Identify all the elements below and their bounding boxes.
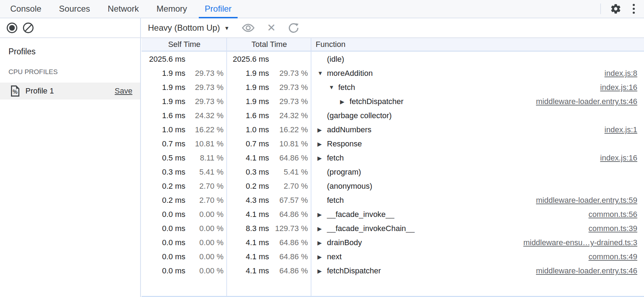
total-time-cell: 8.3 ms129.73 % [227,222,311,236]
table-row[interactable]: 2025.6 ms2025.6 ms(idle) [142,52,644,66]
refresh-icon[interactable] [288,22,299,34]
bottom-up-table: Self Time Total Time Function 2025.6 ms2… [142,38,644,297]
total-time-cell: 1.9 ms29.73 % [227,80,311,95]
focus-eye-icon[interactable] [242,23,255,32]
table-row[interactable]: 0.0 ms0.00 %4.1 ms64.86 %▶nextcommon.ts:… [142,250,644,264]
self-time-ms: 0.2 ms [142,196,185,205]
total-time-percent: 2.70 % [269,182,311,191]
source-link[interactable]: middleware-ensu…y-drained.ts:3 [516,238,644,247]
self-time-cell: 0.5 ms8.11 % [142,151,227,165]
self-time-percent: 10.81 % [185,139,227,148]
column-header-function[interactable]: Function [311,38,644,51]
settings-gear-icon[interactable] [610,3,621,14]
table-row[interactable]: 0.0 ms0.00 %4.1 ms64.86 %▶fetchDispatche… [142,264,644,278]
self-time-ms: 0.0 ms [142,238,185,247]
source-link[interactable]: index.js:1 [597,125,644,134]
expanded-arrow-icon[interactable]: ▼ [317,70,327,77]
source-link[interactable]: common.ts:49 [582,252,644,261]
self-time-ms: 1.9 ms [142,83,185,92]
collapsed-arrow-icon[interactable]: ▶ [340,98,350,105]
table-row[interactable]: 0.0 ms0.00 %8.3 ms129.73 %▶__facade_invo… [142,222,644,236]
column-header-self-time[interactable]: Self Time [142,38,227,51]
profile-document-icon: % [11,85,20,97]
table-row[interactable]: 0.2 ms2.70 %0.2 ms2.70 %(anonymous) [142,179,644,193]
profiles-heading: Profiles [0,38,140,56]
table-row[interactable]: 1.6 ms24.32 %1.6 ms24.32 %(garbage colle… [142,109,644,123]
table-row[interactable]: 0.7 ms10.81 %0.7 ms10.81 %▶Response [142,137,644,151]
collapsed-arrow-icon[interactable]: ▶ [317,254,327,260]
source-link[interactable]: index.js:16 [593,83,644,92]
self-time-ms: 0.5 ms [142,153,185,163]
sidebar-item-profile-1[interactable]: % Profile 1 Save [0,83,140,99]
self-time-percent: 29.73 % [185,69,227,78]
function-name: next [327,252,342,261]
self-time-percent: 16.22 % [185,125,227,134]
source-link[interactable]: middleware-loader.entry.ts:59 [529,196,644,205]
collapsed-arrow-icon[interactable]: ▶ [317,240,327,246]
expanded-arrow-icon[interactable]: ▼ [329,84,338,91]
tab-memory[interactable]: Memory [148,0,196,18]
table-row[interactable]: 0.0 ms0.00 %4.1 ms64.86 %▶__facade_invok… [142,207,644,222]
total-time-cell: 4.1 ms64.86 % [227,207,311,222]
function-name: fetch [338,83,355,92]
self-time-percent: 2.70 % [185,182,227,191]
function-cell: ▶Response [311,137,644,151]
source-link[interactable]: common.ts:56 [582,210,644,219]
profiler-toolbar: Heavy (Bottom Up) ▼ ✕ [0,18,644,38]
self-time-cell: 1.6 ms24.32 % [142,109,227,123]
total-time-cell: 4.1 ms64.86 % [227,236,311,250]
self-time-cell: 2025.6 ms [142,52,227,66]
table-row[interactable]: 1.0 ms16.22 %1.0 ms16.22 %▶addNumbersind… [142,123,644,137]
collapsed-arrow-icon[interactable]: ▶ [317,127,327,133]
tab-network[interactable]: Network [99,0,148,18]
source-link[interactable]: common.ts:39 [582,224,644,233]
total-time-ms: 8.3 ms [227,224,269,233]
total-time-percent: 67.57 % [269,196,311,205]
table-row[interactable]: 0.0 ms0.00 %4.1 ms64.86 %▶drainBodymiddl… [142,236,644,250]
tab-console[interactable]: Console [1,0,50,18]
total-time-percent: 29.73 % [269,83,311,92]
function-name: moreAddition [327,69,373,78]
total-time-ms: 4.1 ms [227,210,269,219]
collapsed-arrow-icon[interactable]: ▶ [317,155,327,162]
table-row[interactable]: 0.5 ms8.11 %4.1 ms64.86 %▶fetchindex.js:… [142,151,644,165]
function-name: fetch [327,153,344,163]
source-link[interactable]: index.js:8 [597,69,644,78]
table-row[interactable]: 1.9 ms29.73 %1.9 ms29.73 %▶fetchDispatch… [142,95,644,109]
total-time-ms: 1.0 ms [227,125,269,134]
total-time-percent: 129.73 % [269,224,311,233]
collapsed-arrow-icon[interactable]: ▶ [317,211,327,218]
save-profile-link[interactable]: Save [115,86,132,96]
column-header-total-time[interactable]: Total Time [227,38,311,51]
function-name: fetch [327,196,344,205]
source-link[interactable]: middleware-loader.entry.ts:46 [529,97,644,106]
exclude-close-icon[interactable]: ✕ [267,23,276,33]
total-time-ms: 4.1 ms [227,252,269,261]
table-row[interactable]: 1.9 ms29.73 %1.9 ms29.73 %▼moreAdditioni… [142,66,644,80]
self-time-percent: 8.11 % [185,153,227,163]
source-link[interactable]: index.js:16 [593,153,644,163]
devtools-tabbar: ConsoleSourcesNetworkMemoryProfiler [0,0,644,18]
record-profile-icon[interactable] [7,23,17,33]
function-cell: ▶fetchindex.js:16 [311,151,644,165]
source-link[interactable]: middleware-loader.entry.ts:46 [529,266,644,275]
total-time-cell: 1.9 ms29.73 % [227,66,311,80]
table-row[interactable]: 1.9 ms29.73 %1.9 ms29.73 %▼fetchindex.js… [142,80,644,95]
function-cell: ▶fetchDispatchermiddleware-loader.entry.… [311,95,644,109]
collapsed-arrow-icon[interactable]: ▶ [317,225,327,232]
self-time-cell: 1.9 ms29.73 % [142,66,227,80]
collapsed-arrow-icon[interactable]: ▶ [317,268,327,274]
total-time-percent: 16.22 % [269,125,311,134]
tab-sources[interactable]: Sources [50,0,99,18]
tabbar-right-controls [600,0,644,18]
tab-profiler[interactable]: Profiler [196,0,240,18]
table-row[interactable]: 0.2 ms2.70 %4.3 ms67.57 %fetchmiddleware… [142,193,644,207]
total-time-percent: 64.86 % [269,252,311,261]
function-name: Response [327,139,362,148]
profile-view-dropdown[interactable]: Heavy (Bottom Up) ▼ [148,23,229,33]
collapsed-arrow-icon[interactable]: ▶ [317,141,327,147]
table-row[interactable]: 0.3 ms5.41 %0.3 ms5.41 %(program) [142,165,644,179]
function-name: (anonymous) [327,182,372,191]
more-options-icon[interactable] [631,3,637,14]
clear-profiles-icon[interactable] [23,23,34,33]
